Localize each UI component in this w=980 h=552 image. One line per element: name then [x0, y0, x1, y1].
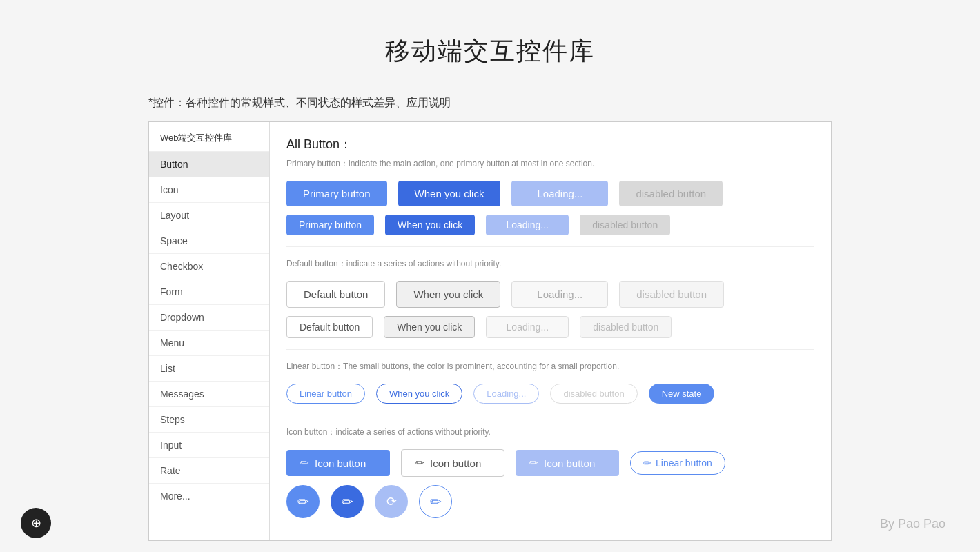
divider-2	[286, 349, 814, 350]
divider-3	[286, 415, 814, 415]
primary-button-sm-hover[interactable]: When you click	[385, 215, 475, 235]
default-button-sm-normal[interactable]: Default button	[286, 316, 373, 338]
icon-button-loading: ✏ Icon button	[516, 450, 619, 476]
main-panel: Web端交互控件库 Button Icon Layout Space Check…	[148, 121, 832, 541]
default-button-sm-disabled: disabled button	[580, 316, 672, 338]
default-button-row-1: Default button When you click Loading...…	[286, 281, 814, 308]
plus-icon-outline: ✏	[430, 493, 442, 510]
default-button-normal[interactable]: Default button	[286, 281, 385, 308]
plus-icon-hover: ✏	[342, 493, 353, 510]
pencil-icon-primary: ✏	[300, 457, 309, 469]
icon-btn-desc: Icon button：indicate a series of actions…	[286, 426, 814, 438]
pencil-icon-loading: ✏	[529, 457, 538, 469]
default-button-sm-hover[interactable]: When you click	[384, 316, 475, 338]
default-button-hover[interactable]: When you click	[396, 281, 500, 308]
sidebar-item-list[interactable]: List	[149, 356, 269, 382]
page-title: 移动端交互控件库	[385, 34, 595, 68]
default-desc: Default button：indicate a series of acti…	[286, 258, 814, 270]
linear-button-loading: Loading...	[473, 384, 539, 404]
sidebar-item-form[interactable]: Form	[149, 279, 269, 305]
linear-button-new-state[interactable]: New state	[649, 384, 715, 404]
icon-button-default[interactable]: ✏ Icon button	[401, 449, 504, 477]
linear-desc: Linear button：The small buttons, the col…	[286, 361, 814, 373]
primary-button-loading: Loading...	[511, 181, 608, 206]
sidebar-item-input[interactable]: Input	[149, 433, 269, 458]
primary-button-row-1: Primary button When you click Loading...…	[286, 181, 814, 206]
bottom-logo: ⊕	[21, 508, 51, 538]
default-button-sm-loading: Loading...	[486, 316, 569, 338]
default-button-loading: Loading...	[511, 281, 608, 308]
icon-button-default-label: Icon button	[430, 457, 481, 469]
pencil-icon-linear: ✏	[643, 457, 651, 469]
sidebar-item-layout[interactable]: Layout	[149, 203, 269, 228]
icon-button-linear-label: Linear button	[656, 457, 712, 469]
sidebar-item-button[interactable]: Button	[149, 152, 269, 177]
circle-button-primary[interactable]: ✏	[286, 485, 320, 518]
pencil-icon-default: ✏	[415, 457, 424, 469]
sidebar-item-checkbox[interactable]: Checkbox	[149, 254, 269, 279]
default-button-disabled: disabled button	[619, 281, 724, 308]
sidebar-item-dropdown[interactable]: Dropdown	[149, 305, 269, 331]
circle-button-outline[interactable]: ✏	[419, 485, 452, 518]
content-area: All Button： Primary button：indicate the …	[270, 122, 831, 540]
icon-button-primary[interactable]: ✏ Icon button	[286, 450, 390, 476]
all-button-title: All Button：	[286, 136, 814, 152]
linear-button-hover[interactable]: When you click	[376, 384, 462, 404]
plus-icon-primary: ✏	[297, 493, 309, 510]
sidebar-heading: Web端交互控件库	[149, 122, 269, 152]
primary-button-disabled: disabled button	[619, 181, 723, 206]
circle-button-hover[interactable]: ✏	[331, 485, 364, 518]
primary-button-sm-loading: Loading...	[486, 215, 569, 235]
icon-button-loading-label: Icon button	[544, 457, 595, 469]
sidebar-item-steps[interactable]: Steps	[149, 407, 269, 433]
primary-desc: Primary button：indicate the main action,…	[286, 158, 814, 170]
primary-button-sm-disabled: disabled button	[580, 215, 670, 235]
sidebar: Web端交互控件库 Button Icon Layout Space Check…	[149, 122, 270, 540]
sidebar-item-messages[interactable]: Messages	[149, 382, 269, 407]
primary-button-hover[interactable]: When you click	[398, 181, 501, 206]
icon-button-row: ✏ Icon button ✏ Icon button ✏ Icon butto…	[286, 449, 814, 477]
linear-button-normal[interactable]: Linear button	[286, 384, 365, 404]
footer-brand: By Pao Pao	[880, 517, 945, 531]
page-subtitle: *控件：各种控件的常规样式、不同状态的样式差异、应用说明	[148, 96, 451, 110]
sidebar-item-space[interactable]: Space	[149, 228, 269, 254]
loading-icon-circle: ⟳	[386, 494, 397, 509]
linear-button-row: Linear button When you click Loading... …	[286, 384, 814, 404]
default-button-row-2: Default button When you click Loading...…	[286, 316, 814, 338]
divider-1	[286, 246, 814, 247]
sidebar-item-icon[interactable]: Icon	[149, 177, 269, 203]
sidebar-item-menu[interactable]: Menu	[149, 331, 269, 356]
circle-button-row: ✏ ✏ ⟳ ✏	[286, 485, 814, 518]
primary-button-sm-normal[interactable]: Primary button	[286, 215, 374, 235]
sidebar-item-rate[interactable]: Rate	[149, 458, 269, 484]
icon-button-linear[interactable]: ✏ Linear button	[630, 451, 725, 475]
primary-button-row-2: Primary button When you click Loading...…	[286, 215, 814, 235]
circle-button-loading: ⟳	[375, 485, 408, 518]
primary-button-normal[interactable]: Primary button	[286, 181, 387, 206]
sidebar-item-more[interactable]: More...	[149, 484, 269, 509]
icon-button-primary-label: Icon button	[315, 457, 366, 469]
logo-symbol: ⊕	[31, 515, 41, 531]
linear-button-disabled: disabled button	[550, 384, 637, 404]
